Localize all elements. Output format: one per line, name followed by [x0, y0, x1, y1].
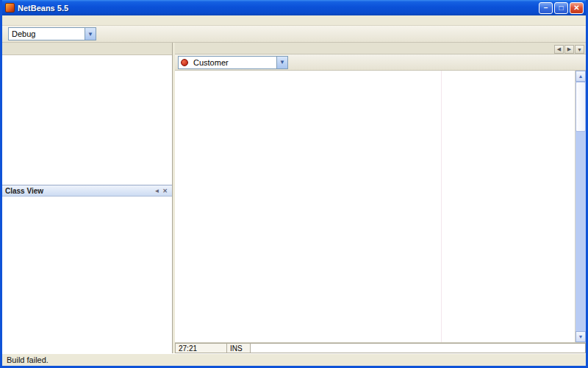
- vertical-scrollbar[interactable]: ▲ ▼: [575, 71, 586, 342]
- main-toolbar: Debug ▼: [2, 26, 586, 43]
- navigator-value: Customer: [190, 58, 276, 67]
- explorer-tabs: [2, 43, 172, 55]
- class-view-tree: [2, 197, 172, 353]
- tab-scroll-controls: ◀ ▶ ▼: [553, 45, 586, 54]
- explorer-panel: Class View ◄ ✕: [2, 43, 173, 353]
- editor-toolbar: Customer ▼: [175, 54, 586, 71]
- close-panel-icon[interactable]: ✕: [161, 188, 169, 194]
- status-message-cell: [250, 343, 586, 353]
- insert-mode: INS: [226, 343, 250, 353]
- class-view-title: Class View: [5, 187, 43, 195]
- scroll-down-icon[interactable]: ▼: [576, 331, 586, 342]
- scroll-up-icon[interactable]: ▲: [576, 71, 586, 82]
- caret-position: 27:21: [175, 343, 226, 353]
- netbeans-window: NetBeans 5.5 – □ ✕ Debug ▼ Class View ◄ …: [0, 0, 588, 368]
- right-margin-line: [441, 71, 442, 342]
- chevron-down-icon[interactable]: ▼: [276, 57, 287, 68]
- chevron-down-icon[interactable]: ▼: [85, 28, 96, 40]
- netbeans-logo-icon: [5, 3, 15, 13]
- maximize-button[interactable]: □: [554, 2, 568, 14]
- editor-status-line: 27:21 INS: [175, 342, 586, 353]
- class-view-header[interactable]: Class View ◄ ✕: [2, 185, 172, 197]
- config-value: Debug: [9, 29, 85, 38]
- minimize-panel-icon[interactable]: ◄: [152, 188, 161, 194]
- tab-list-dropdown-icon[interactable]: ▼: [575, 45, 584, 54]
- window-title: NetBeans 5.5: [18, 4, 537, 13]
- build-status-text: Build failed.: [7, 355, 49, 364]
- menu-bar: [2, 15, 586, 26]
- editor-area: ◀ ▶ ▼ Customer ▼ ▲: [175, 43, 586, 353]
- scrollbar-thumb[interactable]: [576, 82, 586, 132]
- minimize-button[interactable]: –: [539, 2, 553, 14]
- projects-tree: [2, 55, 172, 185]
- close-button[interactable]: ✕: [570, 2, 584, 14]
- status-bar: Build failed.: [2, 353, 586, 366]
- code-editor[interactable]: [175, 71, 575, 342]
- document-tabs: ◀ ▶ ▼: [175, 43, 586, 54]
- navigator-combobox[interactable]: Customer ▼: [178, 56, 288, 69]
- config-combobox[interactable]: Debug ▼: [8, 27, 96, 40]
- title-bar[interactable]: NetBeans 5.5 – □ ✕: [2, 0, 586, 15]
- scroll-tabs-left-icon[interactable]: ◀: [554, 45, 564, 54]
- scroll-tabs-right-icon[interactable]: ▶: [564, 45, 574, 54]
- member-icon: [181, 59, 188, 66]
